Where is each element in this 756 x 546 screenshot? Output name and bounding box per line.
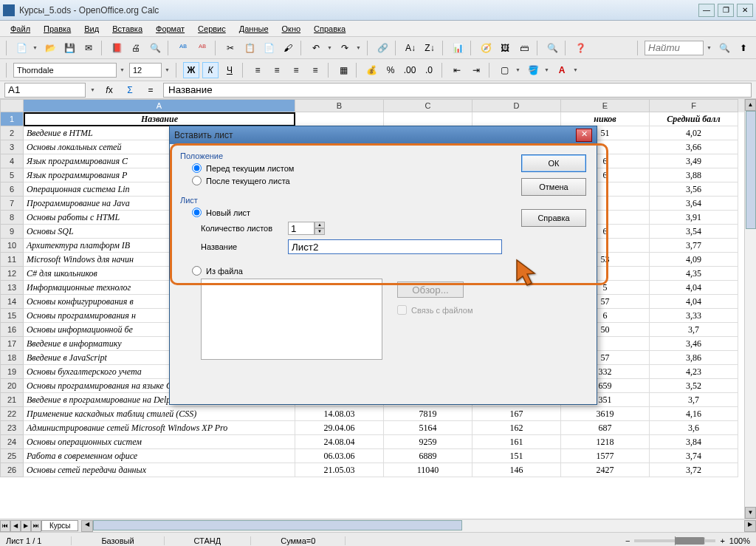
scroll-right-icon[interactable]: ▶ [744,520,756,532]
vertical-scrollbar[interactable]: ▲ ▼ [744,99,756,519]
zoom-in-icon[interactable]: + [720,536,724,545]
cell[interactable]: 1577 [561,449,650,463]
horizontal-scrollbar[interactable]: ◀ ▶ [81,520,756,532]
radio-from-file[interactable]: Из файла [192,266,586,276]
cell[interactable]: 5164 [384,421,472,435]
row-header[interactable]: 26 [0,463,24,477]
bgcolor-icon[interactable]: 🪣 [525,62,541,78]
chart-icon[interactable]: 📊 [450,40,466,56]
font-name-input[interactable] [13,63,117,78]
radio-after-input[interactable] [192,176,202,185]
copy-icon[interactable]: 📋 [241,40,258,56]
cell[interactable]: 3619 [561,407,650,421]
cell[interactable]: 3,6 [650,421,738,435]
col-header-C[interactable]: C [384,99,472,112]
cell[interactable]: 1218 [561,435,650,449]
cell[interactable]: 4,02 [650,126,738,140]
scroll-down-icon[interactable]: ▼ [745,507,756,519]
find-input[interactable] [645,41,704,55]
cell[interactable]: 687 [561,421,650,435]
row-header[interactable]: 5 [0,168,24,182]
row-header[interactable]: 19 [0,365,24,379]
cell[interactable]: 3,56 [650,182,738,197]
cell-F1[interactable]: Средний балл [650,112,738,126]
cell[interactable]: 3,54 [650,225,738,239]
sheet-tab-1[interactable]: Курсы [41,520,78,531]
cell[interactable]: 3,77 [650,239,738,253]
row-header[interactable]: 15 [0,309,24,323]
h-scroll-thumb[interactable] [93,520,462,530]
datasource-icon[interactable]: 🗃 [516,40,532,56]
email-icon[interactable]: ✉ [80,40,97,56]
cell[interactable]: Работа в современном офисе [24,449,295,463]
menu-service[interactable]: Сервис [192,23,232,35]
row-header[interactable]: 22 [0,407,24,421]
equals-icon[interactable]: = [142,82,159,98]
cell[interactable]: 14.08.03 [295,407,384,421]
format-paint-icon[interactable]: 🖌 [280,40,296,56]
menu-help[interactable]: Справка [308,23,351,35]
spin-up-icon[interactable]: ▲ [315,222,325,228]
cell[interactable]: 3,33 [650,309,738,323]
cell[interactable]: Администрирование сетей Microsoft Window… [24,421,295,435]
menu-view[interactable]: Вид [78,23,105,35]
align-center-icon[interactable]: ≡ [269,62,285,78]
row-header[interactable]: 4 [0,154,24,168]
spellcheck-icon[interactable]: ᴬᴮ [175,40,191,56]
row-header-1[interactable]: 1 [0,112,24,126]
font-size-input[interactable] [129,63,162,78]
tab-first-icon[interactable]: ⏮ [0,520,10,532]
cell[interactable]: 2427 [561,463,650,477]
cell-reference-input[interactable] [4,83,86,98]
cell-E1[interactable]: ников [561,112,650,126]
sort-desc-icon[interactable]: Z↓ [422,40,438,56]
cell[interactable]: 3,66 [650,140,738,154]
zoom-icon[interactable]: 🔍 [544,40,560,56]
italic-icon[interactable]: К [202,62,219,78]
zoom-slider[interactable] [634,539,715,542]
cell-C1[interactable] [384,112,472,126]
new-doc-icon[interactable]: 📄 [13,40,30,56]
cut-icon[interactable]: ✂ [222,40,238,56]
cell[interactable]: 6889 [384,449,472,463]
redo-icon[interactable]: ↷ [337,40,353,56]
indent-increase-icon[interactable]: ⇥ [468,62,484,78]
find-prev-icon[interactable]: ⬆ [735,40,752,56]
cell[interactable]: 4,16 [650,407,738,421]
row-header[interactable]: 23 [0,421,24,435]
cell[interactable]: 3,7 [650,323,738,337]
gallery-icon[interactable]: 🖼 [497,40,513,56]
align-right-icon[interactable]: ≡ [288,62,304,78]
currency-icon[interactable]: 💰 [363,62,379,78]
cell[interactable]: 4,35 [650,267,738,281]
row-header[interactable]: 18 [0,351,24,365]
cell[interactable]: 162 [472,421,561,435]
preview-icon[interactable]: 🔍 [147,40,163,56]
row-header[interactable]: 13 [0,281,24,295]
col-header-A[interactable]: A [24,99,295,112]
row-header[interactable]: 2 [0,126,24,140]
status-sum[interactable]: Сумма=0 [281,536,346,545]
undo-icon[interactable]: ↶ [308,40,324,56]
cell[interactable]: 3,84 [650,435,738,449]
cell[interactable]: 21.05.03 [295,463,384,477]
row-header[interactable]: 12 [0,267,24,281]
cancel-button[interactable]: Отмена [521,178,586,196]
radio-file-input[interactable] [192,266,202,276]
print-icon[interactable]: 🖨 [128,40,144,56]
row-header[interactable]: 20 [0,379,24,393]
cell[interactable]: 3,52 [650,379,738,393]
autospell-icon[interactable]: ᴬᴮ [194,40,210,56]
menu-data[interactable]: Данные [233,23,275,35]
tab-last-icon[interactable]: ⏭ [31,520,41,532]
dialog-titlebar[interactable]: Вставить лист ✕ [170,126,597,144]
cell[interactable]: 06.03.06 [295,449,384,463]
indent-decrease-icon[interactable]: ⇤ [449,62,465,78]
merge-cells-icon[interactable]: ▦ [335,62,351,78]
col-header-E[interactable]: E [561,99,650,112]
cell[interactable]: 167 [472,407,561,421]
col-header-B[interactable]: B [295,99,384,112]
cell[interactable]: 3,91 [650,211,738,225]
find-next-icon[interactable]: 🔍 [716,40,732,56]
link-icon[interactable]: 🔗 [374,40,391,56]
